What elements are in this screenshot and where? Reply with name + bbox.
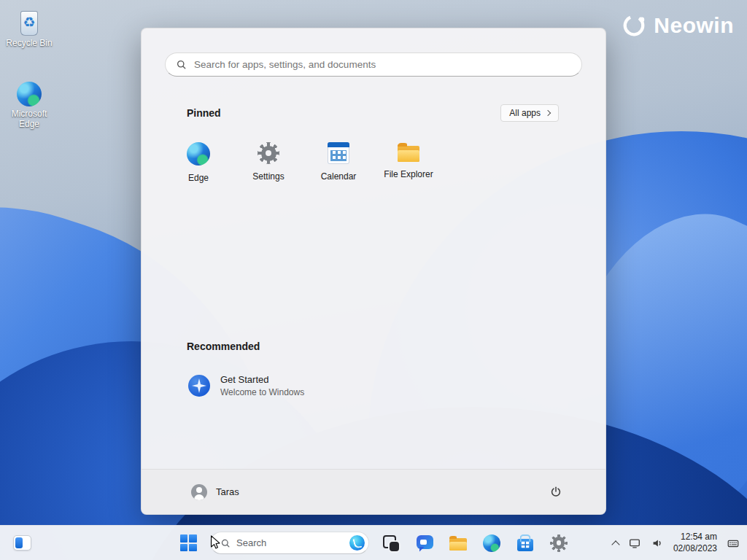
desktop-icon-recycle-bin[interactable]: ♻ Recycle Bin xyxy=(1,9,58,48)
start-search[interactable] xyxy=(165,52,582,77)
bing-icon xyxy=(349,535,365,551)
recommended-section-title: Recommended xyxy=(187,341,260,352)
store-button[interactable] xyxy=(511,529,540,558)
all-apps-button[interactable]: All apps xyxy=(500,104,559,122)
file-explorer-button[interactable] xyxy=(444,529,473,558)
windows-logo-icon xyxy=(180,534,197,551)
hidden-icons-button[interactable] xyxy=(608,529,623,558)
touch-keyboard-icon xyxy=(727,537,740,550)
neowin-logo-text: Neowin xyxy=(654,13,734,38)
touch-keyboard-button[interactable] xyxy=(722,529,744,558)
pinned-app-label: Calendar xyxy=(321,171,357,182)
power-icon xyxy=(549,486,562,499)
recommended-item-title: Get Started xyxy=(220,374,304,385)
task-view-icon xyxy=(383,535,399,551)
all-apps-label: All apps xyxy=(509,108,541,118)
start-search-input[interactable] xyxy=(194,59,571,70)
pinned-app-settings[interactable]: Settings xyxy=(233,138,303,202)
pinned-app-file-explorer[interactable]: File Explorer xyxy=(374,138,444,202)
power-button[interactable] xyxy=(543,479,569,505)
recommended-item-get-started[interactable]: Get Started Welcome to Windows xyxy=(182,368,423,403)
network-button[interactable] xyxy=(624,529,646,558)
clock-date: 02/08/2023 xyxy=(673,543,717,555)
taskbar-clock[interactable]: 12:54 am 02/08/2023 xyxy=(669,532,721,554)
edge-icon xyxy=(17,82,42,106)
neowin-logo-icon xyxy=(622,13,646,38)
settings-button[interactable] xyxy=(544,529,573,558)
recycle-symbol: ♻ xyxy=(23,15,35,29)
store-icon xyxy=(517,539,533,551)
task-view-button[interactable] xyxy=(376,529,406,558)
folder-icon xyxy=(449,538,467,551)
neowin-logo: Neowin xyxy=(622,13,734,38)
pinned-section-title: Pinned xyxy=(187,107,221,119)
volume-button[interactable] xyxy=(646,529,668,558)
pinned-app-label: Edge xyxy=(188,173,209,183)
search-icon xyxy=(176,59,187,70)
clock-time: 12:54 am xyxy=(673,532,717,543)
chat-icon xyxy=(417,535,433,549)
edge-icon xyxy=(483,534,500,552)
chevron-up-icon xyxy=(611,540,619,548)
network-icon xyxy=(628,537,641,550)
pinned-header: Pinned All apps xyxy=(187,104,559,122)
user-name: Taras xyxy=(216,486,239,497)
taskbar-search-input[interactable] xyxy=(236,537,344,548)
taskbar: 12:54 am 02/08/2023 xyxy=(0,525,747,560)
pinned-app-label: File Explorer xyxy=(384,169,433,179)
folder-icon xyxy=(398,146,419,162)
chat-button[interactable] xyxy=(410,529,439,558)
taskbar-search[interactable] xyxy=(210,532,369,554)
user-button[interactable]: Taras xyxy=(184,480,247,505)
gear-icon xyxy=(258,142,279,164)
recommended-item-subtitle: Welcome to Windows xyxy=(220,387,304,397)
pinned-app-calendar[interactable]: Calendar xyxy=(303,138,374,202)
edge-icon xyxy=(187,142,210,166)
recycle-bin-icon: ♻ xyxy=(17,9,42,36)
start-menu: Pinned All apps Edge Settings Calendar F… xyxy=(141,28,606,515)
gear-icon xyxy=(550,534,568,552)
recommended-item-text: Get Started Welcome to Windows xyxy=(220,374,304,397)
desktop-icon-microsoft-edge[interactable]: Microsoft Edge xyxy=(1,82,58,130)
widgets-icon xyxy=(13,535,31,551)
widgets-button[interactable] xyxy=(7,529,36,558)
edge-button[interactable] xyxy=(477,529,506,558)
desktop: ♻ Recycle Bin Microsoft Edge Neowin Pinn… xyxy=(0,0,747,560)
get-started-icon xyxy=(188,375,210,397)
pinned-app-label: Settings xyxy=(252,171,284,182)
start-menu-footer: Taras xyxy=(142,469,605,514)
desktop-icon-label: Microsoft Edge xyxy=(1,109,58,130)
calendar-icon xyxy=(328,142,349,164)
user-avatar-icon xyxy=(191,484,207,500)
pinned-app-edge[interactable]: Edge xyxy=(163,138,233,202)
search-icon xyxy=(220,538,231,548)
volume-icon xyxy=(651,537,664,550)
chevron-right-icon xyxy=(545,110,551,116)
start-button[interactable] xyxy=(174,529,203,558)
pinned-apps-grid: Edge Settings Calendar File Explorer xyxy=(163,138,444,202)
desktop-icon-label: Recycle Bin xyxy=(6,38,52,48)
